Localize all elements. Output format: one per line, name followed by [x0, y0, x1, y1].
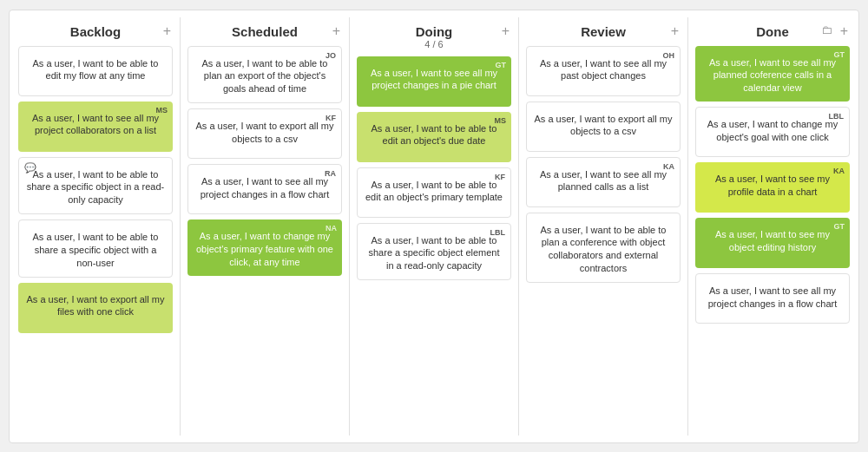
kanban-board: Backlog+As a user, I want to be able to …	[9, 10, 859, 443]
card-d2[interactable]: MSAs a user, I want to be able to edit a…	[357, 112, 511, 162]
avatar-r1: OH	[663, 50, 675, 62]
add-card-button-review[interactable]: +	[671, 24, 679, 38]
card-r4[interactable]: As a user, I want to be able to plan a c…	[526, 213, 681, 283]
card-r2[interactable]: As a user, I want to export all my objec…	[526, 102, 681, 152]
avatar-d1: GT	[496, 60, 507, 71]
column-body-scheduled: JOAs a user, I want to be able to plan a…	[186, 43, 344, 436]
card-text-d2: As a user, I want to be able to edit an …	[364, 117, 504, 148]
card-d3[interactable]: KFAs a user, I want to be able to edit a…	[357, 167, 511, 218]
card-text-b1: As a user, I want to be able to edit my …	[26, 52, 165, 83]
card-text-b2: As a user, I want to see all my project …	[25, 107, 166, 138]
card-dn4[interactable]: GTAs a user, I want to see my object edi…	[695, 218, 850, 268]
column-body-doing: GTAs a user, I want to see all my projec…	[355, 53, 513, 436]
card-text-b5: As a user, I want to export all my files…	[25, 288, 166, 319]
avatar-s2: KF	[326, 113, 336, 124]
column-title-backlog: Backlog	[20, 24, 171, 39]
card-r1[interactable]: OHAs a user, I want to see all my past o…	[526, 46, 681, 96]
card-s1[interactable]: JOAs a user, I want to be able to plan a…	[187, 46, 342, 104]
card-d1[interactable]: GTAs a user, I want to see all my projec…	[357, 56, 511, 107]
avatar-dn1: GT	[834, 49, 845, 61]
avatar-d3: KF	[495, 172, 505, 183]
card-dn5[interactable]: As a user, I want to see all my project …	[695, 273, 850, 324]
card-text-s3: As a user, I want to see all my project …	[195, 170, 334, 201]
card-dn2[interactable]: LBLAs a user, I want to change my object…	[695, 107, 850, 157]
card-b1[interactable]: As a user, I want to be able to edit my …	[18, 46, 173, 96]
card-text-dn5: As a user, I want to see all my project …	[703, 279, 842, 311]
card-text-b3: As a user, I want to be able to share a …	[26, 163, 165, 207]
card-text-s1: As a user, I want to be able to plan an …	[195, 52, 334, 96]
card-s2[interactable]: KFAs a user, I want to export all my obj…	[187, 108, 342, 159]
column-backlog: Backlog+As a user, I want to be able to …	[16, 17, 174, 436]
card-dn3[interactable]: KAAs a user, I want to see my profile da…	[695, 162, 850, 213]
add-card-button-scheduled[interactable]: +	[332, 24, 340, 38]
avatar-dn4: GT	[834, 221, 845, 233]
card-text-d1: As a user, I want to see all my project …	[364, 62, 504, 93]
add-card-button-done[interactable]: +	[840, 24, 848, 38]
card-text-d3: As a user, I want to be able to edit an …	[365, 174, 503, 205]
card-r3[interactable]: KAAs a user, I want to see all my planne…	[526, 157, 681, 207]
folder-icon-done[interactable]: 🗀	[821, 24, 832, 36]
card-text-s4: As a user, I want to change my object's …	[194, 225, 335, 269]
card-s4[interactable]: NAAs a user, I want to change my object'…	[187, 219, 342, 276]
column-header-backlog: Backlog+	[16, 17, 174, 43]
card-text-dn1: As a user, I want to see all my planned …	[702, 51, 843, 95]
column-title-scheduled: Scheduled	[189, 24, 340, 39]
column-review: Review+OHAs a user, I want to see all my…	[524, 17, 682, 436]
card-text-dn4: As a user, I want to see my object editi…	[702, 223, 843, 254]
card-text-r1: As a user, I want to see all my past obj…	[534, 52, 673, 83]
card-text-r3: As a user, I want to see all my planned …	[534, 163, 673, 194]
avatar-b2: MS	[156, 105, 168, 116]
column-body-done: GTAs a user, I want to see all my planne…	[694, 43, 852, 436]
card-s3[interactable]: RAAs a user, I want to see all my projec…	[187, 164, 342, 214]
card-b5[interactable]: As a user, I want to export all my files…	[18, 283, 173, 333]
avatar-r3: KA	[663, 161, 674, 173]
card-b4[interactable]: As a user, I want to be able to share a …	[18, 219, 173, 278]
avatar-s3: RA	[325, 168, 336, 180]
column-body-backlog: As a user, I want to be able to edit my …	[16, 43, 174, 436]
avatar-dn2: LBL	[829, 111, 845, 122]
column-header-doing: Doing4 / 6+	[355, 17, 513, 53]
column-done: Done🗀+GTAs a user, I want to see all my …	[694, 17, 852, 436]
column-doing: Doing4 / 6+GTAs a user, I want to see al…	[355, 17, 513, 436]
card-text-dn3: As a user, I want to see my profile data…	[702, 167, 843, 199]
avatar-s1: JO	[326, 50, 336, 62]
column-header-review: Review+	[524, 17, 682, 43]
column-title-doing: Doing	[358, 24, 510, 39]
card-text-b4: As a user, I want to be able to share a …	[26, 226, 165, 270]
card-text-dn2: As a user, I want to change my object's …	[703, 113, 842, 144]
add-card-button-backlog[interactable]: +	[163, 24, 171, 38]
column-body-review: OHAs a user, I want to see all my past o…	[524, 43, 682, 436]
avatar-d4: LBL	[490, 227, 506, 239]
comment-icon: 💬	[24, 161, 36, 174]
card-b3[interactable]: 💬As a user, I want to be able to share a…	[18, 157, 173, 215]
add-card-button-doing[interactable]: +	[502, 24, 510, 38]
card-dn1[interactable]: GTAs a user, I want to see all my planne…	[695, 46, 850, 102]
card-text-r2: As a user, I want to export all my objec…	[534, 108, 673, 139]
column-header-scheduled: Scheduled+	[186, 17, 344, 43]
column-header-done: Done🗀+	[694, 17, 852, 43]
card-text-s2: As a user, I want to export all my objec…	[195, 115, 334, 146]
avatar-s4: NA	[326, 223, 337, 234]
card-text-d4: As a user, I want to be able to share a …	[365, 229, 503, 273]
column-subtitle-doing: 4 / 6	[358, 39, 510, 49]
avatar-d2: MS	[495, 115, 507, 127]
card-d4[interactable]: LBLAs a user, I want to be able to share…	[357, 223, 511, 281]
column-title-review: Review	[528, 24, 679, 39]
card-text-r4: As a user, I want to be able to plan a c…	[534, 219, 673, 275]
column-scheduled: Scheduled+JOAs a user, I want to be able…	[186, 17, 344, 436]
card-b2[interactable]: MSAs a user, I want to see all my projec…	[18, 102, 173, 152]
avatar-dn3: KA	[833, 166, 845, 177]
